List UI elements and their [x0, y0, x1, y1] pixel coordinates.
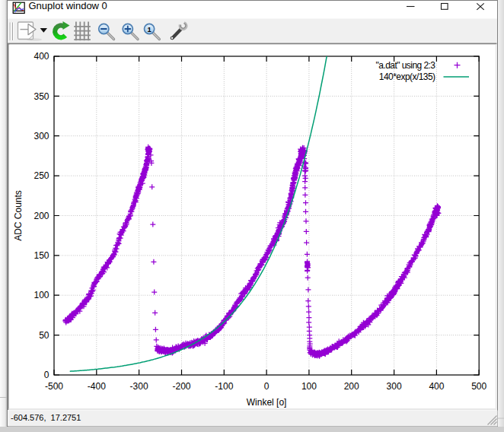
- svg-text:-400: -400: [88, 381, 106, 392]
- svg-text:-300: -300: [130, 381, 148, 392]
- svg-text:150: 150: [33, 250, 49, 261]
- svg-text:-100: -100: [215, 381, 233, 392]
- svg-text:250: 250: [33, 170, 49, 181]
- svg-text:-500: -500: [45, 381, 63, 392]
- svg-text:50: 50: [39, 330, 49, 341]
- svg-text:ADC Counts: ADC Counts: [13, 190, 24, 241]
- svg-text:Winkel [o]: Winkel [o]: [247, 397, 287, 408]
- svg-text:400: 400: [429, 381, 444, 392]
- svg-text:400: 400: [33, 51, 49, 62]
- svg-text:0: 0: [264, 381, 270, 392]
- svg-text:500: 500: [471, 381, 486, 392]
- svg-text:300: 300: [33, 131, 49, 141]
- svg-text:100: 100: [301, 381, 317, 392]
- svg-text:-604.576, 17.2751: -604.576, 17.2751: [11, 413, 81, 422]
- svg-text:100: 100: [33, 290, 49, 300]
- svg-text:"a.dat" using 2:3: "a.dat" using 2:3: [376, 60, 436, 71]
- svg-text:0: 0: [44, 370, 49, 380]
- svg-text:200: 200: [33, 211, 49, 221]
- svg-text:140*exp(x/135): 140*exp(x/135): [379, 71, 435, 82]
- svg-text:Gnuplot window 0: Gnuplot window 0: [29, 0, 107, 11]
- svg-text:200: 200: [344, 381, 359, 392]
- svg-text:300: 300: [387, 381, 402, 392]
- svg-text:1: 1: [147, 25, 152, 33]
- svg-text:-200: -200: [172, 381, 190, 392]
- svg-text:350: 350: [33, 91, 49, 102]
